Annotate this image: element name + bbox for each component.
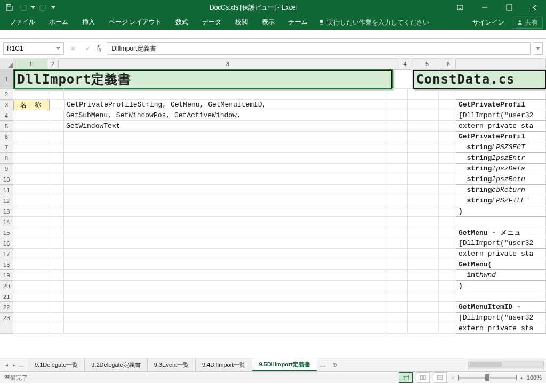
cell[interactable] — [13, 227, 49, 238]
row-header[interactable]: 18 — [0, 259, 13, 270]
cell[interactable] — [408, 206, 439, 217]
cell[interactable] — [64, 174, 388, 185]
code-cell[interactable]: GetMenuItemID - — [456, 302, 546, 313]
cell[interactable] — [408, 89, 439, 100]
cell[interactable] — [439, 227, 456, 238]
cell[interactable] — [439, 281, 456, 291]
code-cell[interactable]: [DllImport("user32 — [456, 313, 546, 323]
cell[interactable] — [49, 185, 64, 195]
code-cell[interactable]: ) — [456, 206, 546, 217]
cell[interactable] — [439, 259, 456, 270]
row-header[interactable]: 22 — [0, 302, 13, 313]
tab-insert[interactable]: 挿入 — [76, 15, 101, 30]
cell[interactable] — [49, 259, 64, 270]
cell[interactable] — [64, 323, 388, 334]
cell[interactable] — [13, 281, 49, 291]
col-header-1[interactable]: 1 — [14, 59, 47, 69]
cell[interactable] — [439, 121, 456, 132]
cell[interactable] — [388, 89, 408, 100]
cell[interactable] — [13, 153, 49, 164]
cell[interactable] — [408, 238, 439, 249]
view-normal-icon[interactable] — [399, 372, 413, 383]
cell[interactable] — [439, 100, 456, 110]
cell[interactable] — [13, 110, 49, 121]
name-box-dropdown[interactable] — [56, 47, 60, 52]
sheet-tab[interactable]: 9.1Delegate一覧 — [28, 358, 85, 371]
row-header[interactable]: 8 — [0, 153, 13, 164]
cell[interactable] — [439, 164, 456, 174]
cell[interactable] — [408, 249, 439, 259]
close-icon[interactable] — [521, 0, 546, 15]
cell[interactable] — [439, 174, 456, 185]
cell[interactable] — [388, 302, 408, 313]
cell[interactable] — [456, 89, 546, 100]
cell[interactable] — [64, 185, 388, 195]
cell[interactable] — [64, 291, 388, 302]
row-header[interactable]: 7 — [0, 142, 13, 153]
formula-cancel-icon[interactable]: ✕ — [67, 45, 79, 52]
qat-customize[interactable] — [51, 6, 55, 11]
cell[interactable] — [13, 291, 49, 302]
code-cell[interactable]: string LPSZSECT — [456, 142, 546, 153]
code-cell[interactable]: string lpszEntr — [456, 153, 546, 164]
name-box[interactable]: R1C1 — [3, 42, 64, 55]
cell[interactable] — [64, 281, 388, 291]
code-cell[interactable]: GetMenu - メニュ — [456, 227, 546, 238]
spreadsheet-grid[interactable]: 1 2 3 4 5 6 1 DllImport定義書 ConstData.cs … — [0, 59, 546, 358]
fx-icon[interactable]: fx — [97, 44, 101, 53]
code-cell[interactable]: extern private sta — [456, 121, 546, 132]
cell[interactable] — [408, 281, 439, 291]
cell[interactable] — [13, 132, 49, 142]
body-cell[interactable]: GetWindowText — [64, 121, 388, 132]
maximize-icon[interactable] — [497, 0, 521, 15]
cell[interactable] — [13, 313, 49, 323]
right-title-cell[interactable]: ConstData.cs — [413, 70, 546, 89]
formula-bar[interactable]: DllImport定義書 — [107, 42, 531, 55]
sheet-more[interactable]: ... — [317, 358, 329, 371]
tab-home[interactable]: ホーム — [43, 15, 75, 30]
cell[interactable] — [456, 217, 546, 227]
cell[interactable] — [13, 195, 49, 206]
select-all[interactable] — [0, 59, 14, 69]
col-header-3[interactable]: 3 — [59, 59, 397, 69]
row-header[interactable]: 20 — [0, 281, 13, 291]
row-header[interactable]: 14 — [0, 217, 13, 227]
cell[interactable] — [388, 291, 408, 302]
zoom-slider[interactable] — [458, 377, 517, 379]
row-header[interactable]: 1 — [0, 70, 14, 89]
cell[interactable] — [49, 313, 64, 323]
sheet-nav-more[interactable]: ... — [18, 362, 25, 368]
sheet-tab[interactable]: 9.4DllImport一覧 — [196, 358, 252, 371]
cell[interactable] — [64, 270, 388, 281]
cell[interactable] — [64, 164, 388, 174]
cell[interactable] — [388, 164, 408, 174]
code-cell[interactable]: GetMenu( — [456, 259, 546, 270]
cell[interactable] — [64, 238, 388, 249]
row-header[interactable]: 21 — [0, 291, 13, 302]
cell[interactable] — [392, 70, 413, 89]
cell[interactable] — [13, 270, 49, 281]
zoom-in[interactable]: ＋ — [519, 374, 525, 382]
cell[interactable] — [439, 89, 456, 100]
cell[interactable] — [408, 185, 439, 195]
cell[interactable] — [13, 142, 49, 153]
tell-me[interactable]: 実行したい作業を入力してください — [318, 18, 429, 27]
cell[interactable] — [49, 174, 64, 185]
cell[interactable] — [64, 259, 388, 270]
row-header[interactable]: 5 — [0, 121, 13, 132]
cell[interactable] — [64, 227, 388, 238]
row-header[interactable]: 4 — [0, 110, 13, 121]
undo-dropdown[interactable] — [31, 6, 35, 11]
cell[interactable] — [388, 153, 408, 164]
code-cell[interactable]: extern private sta — [456, 249, 546, 259]
code-cell[interactable]: string cbReturn — [456, 185, 546, 195]
cell[interactable] — [64, 89, 388, 100]
row-header[interactable]: 16 — [0, 238, 13, 249]
view-layout-icon[interactable] — [416, 372, 430, 383]
cell[interactable] — [388, 142, 408, 153]
tab-layout[interactable]: ページ レイアウト — [102, 15, 168, 30]
signin-link[interactable]: サインイン — [472, 18, 504, 27]
cell[interactable] — [13, 259, 49, 270]
code-cell[interactable]: [DllImport("user32 — [456, 238, 546, 249]
tab-file[interactable]: ファイル — [3, 15, 42, 30]
